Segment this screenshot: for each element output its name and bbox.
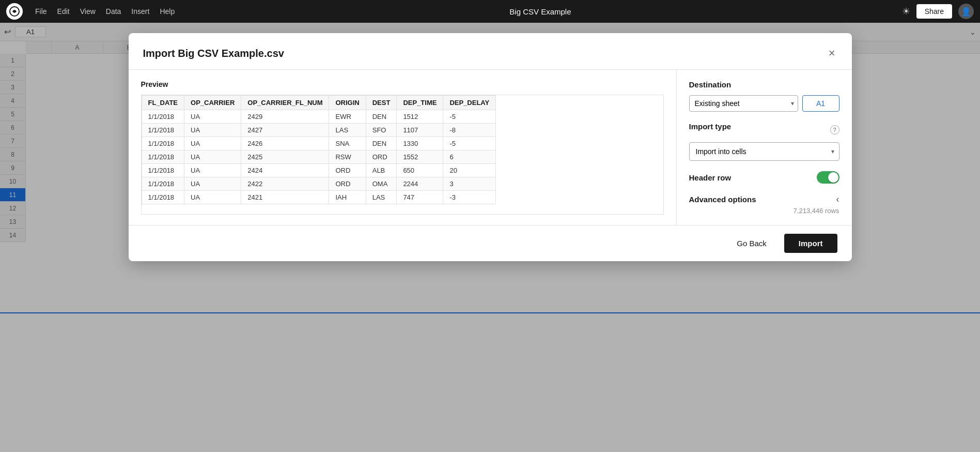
table-row: 1/1/2018UA2424ORDALB65020 (142, 164, 496, 177)
table-cell: 1/1/2018 (142, 177, 184, 191)
col-header-origin: ORIGIN (329, 96, 366, 110)
table-cell: UA (184, 137, 241, 150)
close-button[interactable]: × (827, 46, 837, 61)
table-cell: LAS (366, 191, 397, 204)
document-title: Big CSV Example (179, 7, 901, 16)
right-panel: Destination Existing sheet New sheet (676, 70, 852, 225)
table-cell: UA (184, 191, 241, 204)
table-cell: 1512 (397, 110, 443, 124)
table-cell: IAH (329, 191, 366, 204)
table-cell: DEN (366, 137, 397, 150)
table-cell: 650 (397, 164, 443, 177)
table-cell: -5 (443, 137, 496, 150)
table-cell: EWR (329, 110, 366, 124)
advanced-options-row: Advanced options ‹ (689, 194, 839, 205)
table-cell: UA (184, 124, 241, 137)
table-cell: -8 (443, 124, 496, 137)
table-row: 1/1/2018UA2426SNADEN1330-5 (142, 137, 496, 150)
table-cell: 2426 (241, 137, 329, 150)
nav-view[interactable]: View (76, 5, 100, 18)
toggle-knob (828, 172, 838, 183)
cell-ref-input[interactable] (802, 95, 839, 112)
col-header-op-carrier-fl-num: OP_CARRIER_FL_NUM (241, 96, 329, 110)
table-cell: 2422 (241, 177, 329, 191)
import-type-select-wrapper: Import into cells Replace spreadsheet Ap… (689, 142, 839, 161)
table-cell: UA (184, 177, 241, 191)
table-cell: OMA (366, 177, 397, 191)
preview-table-wrapper[interactable]: FL_DATE OP_CARRIER OP_CARRIER_FL_NUM ORI… (141, 95, 664, 215)
app-logo[interactable] (6, 3, 23, 20)
import-button[interactable]: Import (784, 234, 837, 253)
nav-help[interactable]: Help (155, 5, 179, 18)
col-header-fl-date: FL_DATE (142, 96, 184, 110)
header-row-toggle[interactable] (817, 171, 839, 184)
table-cell: UA (184, 110, 241, 124)
import-type-label: Import type (689, 122, 732, 131)
import-type-section: Import type ? Import into cells Replace … (689, 122, 839, 161)
collapse-icon[interactable]: ‹ (836, 194, 839, 205)
help-icon[interactable]: ? (830, 125, 839, 134)
table-cell: 1/1/2018 (142, 191, 184, 204)
brightness-icon[interactable]: ☀ (902, 6, 910, 17)
col-header-dest: DEST (366, 96, 397, 110)
table-cell: 1/1/2018 (142, 137, 184, 150)
table-cell: 20 (443, 164, 496, 177)
table-cell: 1107 (397, 124, 443, 137)
table-cell: 1/1/2018 (142, 150, 184, 164)
table-cell: ORD (329, 164, 366, 177)
top-bar-right: ☀ Share 👤 (902, 4, 974, 19)
preview-table: FL_DATE OP_CARRIER OP_CARRIER_FL_NUM ORI… (142, 95, 496, 204)
preview-label: Preview (141, 80, 664, 88)
col-header-dep-time: DEP_TIME (397, 96, 443, 110)
destination-section: Destination Existing sheet New sheet (689, 80, 839, 112)
modal-footer: Go Back Import (129, 225, 852, 261)
table-cell: 2425 (241, 150, 329, 164)
sheet-select-wrapper: Existing sheet New sheet (689, 95, 798, 112)
table-cell: ALB (366, 164, 397, 177)
table-cell: 6 (443, 150, 496, 164)
row-count: 7,213,446 rows (689, 207, 839, 215)
nav-edit[interactable]: Edit (53, 5, 74, 18)
table-cell: 2244 (397, 177, 443, 191)
table-cell: 2424 (241, 164, 329, 177)
table-cell: -5 (443, 110, 496, 124)
header-row-section: Header row (689, 171, 839, 184)
table-cell: -3 (443, 191, 496, 204)
avatar[interactable]: 👤 (958, 4, 974, 19)
table-row: 1/1/2018UA2422ORDOMA22443 (142, 177, 496, 191)
modal-title: Import Big CSV Example.csv (143, 48, 284, 59)
table-row: 1/1/2018UA2421IAHLAS747-3 (142, 191, 496, 204)
advanced-options-label: Advanced options (689, 195, 756, 204)
table-cell: UA (184, 150, 241, 164)
table-cell: DEN (366, 110, 397, 124)
sheet-select[interactable]: Existing sheet New sheet (689, 95, 798, 112)
import-modal: Import Big CSV Example.csv × Preview FL_… (129, 33, 852, 261)
nav-menu: File Edit View Data Insert Help (31, 5, 179, 18)
top-bar: File Edit View Data Insert Help Big CSV … (0, 0, 980, 23)
share-button[interactable]: Share (916, 4, 952, 19)
advanced-options-section: Advanced options ‹ 7,213,446 rows (689, 194, 839, 215)
table-cell: UA (184, 164, 241, 177)
table-cell: RSW (329, 150, 366, 164)
table-cell: 2421 (241, 191, 329, 204)
nav-file[interactable]: File (31, 5, 51, 18)
table-cell: 1/1/2018 (142, 110, 184, 124)
table-cell: 747 (397, 191, 443, 204)
modal-overlay: Import Big CSV Example.csv × Preview FL_… (0, 23, 980, 452)
header-row-label: Header row (689, 173, 732, 182)
preview-section: Preview FL_DATE OP_CARRIER OP_CARRIER_FL… (129, 70, 676, 225)
import-type-select[interactable]: Import into cells Replace spreadsheet Ap… (689, 142, 839, 161)
table-cell: 1330 (397, 137, 443, 150)
col-header-dep-delay: DEP_DELAY (443, 96, 496, 110)
table-cell: SFO (366, 124, 397, 137)
table-row: 1/1/2018UA2427LASSFO1107-8 (142, 124, 496, 137)
table-cell: 2427 (241, 124, 329, 137)
nav-insert[interactable]: Insert (127, 5, 153, 18)
destination-row: Existing sheet New sheet (689, 95, 839, 112)
nav-data[interactable]: Data (102, 5, 126, 18)
col-header-op-carrier: OP_CARRIER (184, 96, 241, 110)
modal-body: Preview FL_DATE OP_CARRIER OP_CARRIER_FL… (129, 70, 852, 225)
modal-header: Import Big CSV Example.csv × (129, 33, 852, 70)
table-cell: LAS (329, 124, 366, 137)
go-back-button[interactable]: Go Back (725, 234, 778, 253)
